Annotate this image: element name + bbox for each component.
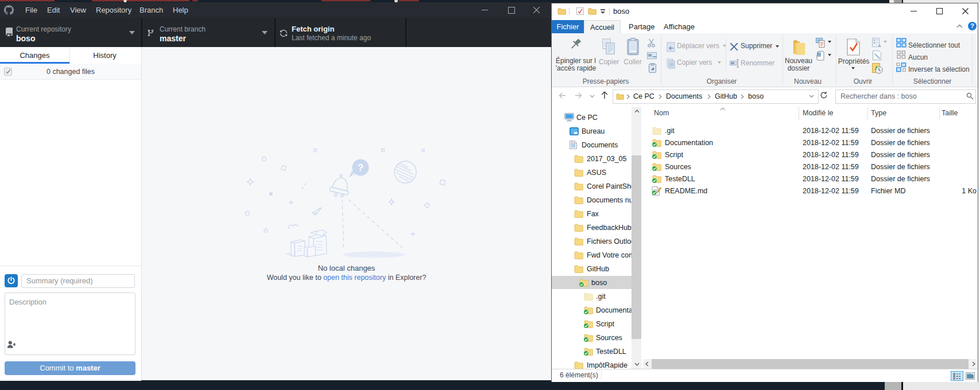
svg-text:?: ? bbox=[358, 162, 363, 173]
